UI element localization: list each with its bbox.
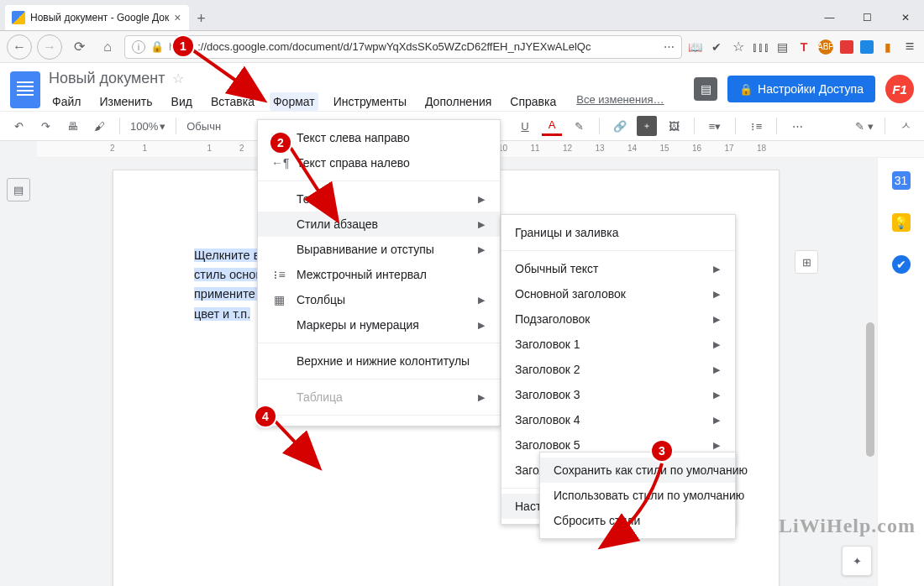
menu-item-text[interactable]: Текст▶ bbox=[258, 186, 500, 212]
nav-reload-button[interactable]: ⟳ bbox=[67, 35, 91, 59]
ext-red-icon[interactable] bbox=[840, 40, 853, 54]
tab-close-icon[interactable]: × bbox=[174, 11, 181, 24]
menu-item-use-default-styles[interactable]: Использовать стили по умолчанию bbox=[540, 483, 735, 508]
insert-image-button[interactable]: 🖼 bbox=[664, 116, 684, 136]
style-value: Обычн bbox=[186, 120, 221, 133]
tasks-icon[interactable]: ✔ bbox=[892, 255, 911, 274]
nav-home-button[interactable]: ⌂ bbox=[96, 35, 119, 59]
menu-item-subtitle[interactable]: Подзаголовок▶ bbox=[501, 306, 735, 332]
menu-item-save-default-styles[interactable]: Сохранить как стили по умолчанию bbox=[540, 458, 735, 483]
browser-extensions: 📖 ✔ ☆ ⫿⫿⫿ ▤ T ABP ▮ ≡ bbox=[687, 39, 917, 55]
menu-item-title[interactable]: Основной заголовок▶ bbox=[501, 281, 735, 306]
menu-insert[interactable]: Вставка bbox=[207, 92, 258, 111]
menu-item-heading-4[interactable]: Заголовок 4▶ bbox=[501, 407, 735, 432]
menu-item-align[interactable]: Выравнивание и отступы▶ bbox=[258, 237, 500, 262]
library-icon[interactable]: ⫿⫿⫿ bbox=[753, 39, 768, 55]
keep-icon[interactable]: 💡 bbox=[892, 213, 911, 232]
url-more-icon[interactable]: ⋯ bbox=[664, 40, 675, 53]
star-icon[interactable]: ☆ bbox=[172, 71, 184, 86]
highlight-button[interactable]: ✎ bbox=[569, 116, 589, 136]
star-icon[interactable]: ☆ bbox=[731, 39, 746, 55]
url-text: ://docs.google.com/document/d/17wpwYqXds… bbox=[197, 40, 591, 53]
ext-blue-icon[interactable] bbox=[860, 40, 874, 54]
menu-format[interactable]: Формат bbox=[270, 92, 318, 111]
nav-back-button[interactable]: ← bbox=[7, 34, 32, 60]
insert-comment-button[interactable]: ＋ bbox=[637, 116, 657, 136]
menu-item-line-spacing[interactable]: ⫶≡Межстрочный интервал bbox=[258, 262, 500, 287]
nav-forward-button[interactable]: → bbox=[37, 34, 62, 60]
rtl-icon: ←¶ bbox=[271, 156, 286, 170]
paint-format-button[interactable]: 🖌 bbox=[89, 116, 109, 136]
pocket-icon[interactable]: ✔ bbox=[709, 39, 724, 55]
zoom-select[interactable]: 100% ▾ bbox=[130, 120, 165, 133]
ext-rss-icon[interactable]: ▮ bbox=[880, 39, 895, 55]
submenu-arrow-icon: ▶ bbox=[478, 244, 485, 255]
document-title[interactable]: Новый документ bbox=[49, 70, 165, 87]
insert-link-button[interactable]: 🔗 bbox=[610, 116, 630, 136]
ext-abp-icon[interactable]: ABP bbox=[818, 39, 833, 55]
browser-tab[interactable]: Новый документ - Google Док × bbox=[5, 5, 189, 30]
undo-button[interactable]: ↶ bbox=[8, 116, 29, 136]
submenu-arrow-icon: ▶ bbox=[713, 364, 720, 375]
line-spacing-button[interactable]: ⫶≡ bbox=[746, 116, 766, 136]
outline-toggle-button[interactable]: ▤ bbox=[7, 178, 30, 201]
menu-item-heading-3[interactable]: Заголовок 3▶ bbox=[501, 382, 735, 407]
more-tools-button[interactable]: ⋯ bbox=[787, 116, 807, 136]
add-comment-button[interactable]: ⊞ bbox=[795, 250, 818, 274]
menu-addons[interactable]: Дополнения bbox=[422, 92, 495, 111]
sidebar-icon[interactable]: ▤ bbox=[774, 39, 790, 55]
explore-button[interactable]: ✦ bbox=[842, 546, 872, 576]
docs-logo-icon[interactable] bbox=[10, 71, 40, 108]
calendar-icon[interactable]: 31 bbox=[892, 171, 911, 190]
text-color-button[interactable]: A bbox=[542, 116, 562, 136]
menu-item-ltr[interactable]: ¶→Текст слева направо bbox=[258, 125, 500, 150]
redo-button[interactable]: ↷ bbox=[35, 116, 55, 136]
separator bbox=[176, 118, 176, 134]
menu-item-headers-footers[interactable]: Верхние и нижние колонтитулы bbox=[258, 348, 500, 374]
window-minimize[interactable]: — bbox=[811, 5, 848, 30]
menu-item-normal-text[interactable]: Обычный текст▶ bbox=[501, 256, 735, 281]
scrollbar-thumb[interactable] bbox=[866, 322, 874, 457]
ext-t-icon[interactable]: T bbox=[796, 39, 811, 55]
underline-button[interactable]: U bbox=[515, 116, 535, 136]
align-button[interactable]: ≡▾ bbox=[705, 116, 725, 136]
menu-item-rtl[interactable]: ←¶Текст справа налево bbox=[258, 150, 500, 175]
menu-item-borders[interactable]: Границы и заливка bbox=[501, 220, 735, 245]
menu-help[interactable]: Справка bbox=[507, 92, 559, 111]
menu-item-columns[interactable]: ▦Столбцы▶ bbox=[258, 287, 500, 312]
docs-title-area: Новый документ ☆ Файл Изменить Вид Встав… bbox=[49, 70, 559, 111]
site-info-icon[interactable]: i bbox=[132, 40, 145, 54]
menu-edit[interactable]: Изменить bbox=[96, 92, 155, 111]
menu-file[interactable]: Файл bbox=[49, 92, 84, 111]
editing-mode-button[interactable]: ✎ ▾ bbox=[854, 116, 874, 136]
print-button[interactable]: 🖶 bbox=[62, 116, 82, 136]
menu-item-reset-styles[interactable]: Сбросить стили bbox=[540, 508, 735, 533]
separator bbox=[735, 118, 736, 134]
menu-view[interactable]: Вид bbox=[168, 92, 196, 111]
share-button[interactable]: 🔒 Настройки Доступа bbox=[727, 76, 875, 102]
window-maximize[interactable]: ☐ bbox=[848, 5, 886, 30]
comments-icon[interactable]: ▤ bbox=[694, 77, 717, 101]
menu-item-heading-2[interactable]: Заголовок 2▶ bbox=[501, 357, 735, 382]
menu-item-paragraph-styles[interactable]: Стили абзацев▶ bbox=[258, 212, 500, 237]
browser-menu-icon[interactable]: ≡ bbox=[902, 39, 917, 55]
changes-link[interactable]: Все изменения… bbox=[576, 93, 664, 106]
window-close[interactable]: ✕ bbox=[886, 5, 924, 30]
paragraph-style-select[interactable]: Обычн bbox=[186, 120, 221, 133]
watermark: LiWiHelp.com bbox=[779, 515, 916, 537]
format-dropdown: ¶→Текст слева направо ←¶Текст справа нал… bbox=[257, 119, 501, 426]
reader-icon[interactable]: 📖 bbox=[687, 39, 702, 55]
submenu-arrow-icon: ▶ bbox=[713, 314, 720, 325]
label: Таблица bbox=[297, 390, 343, 404]
separator bbox=[599, 118, 600, 134]
user-avatar[interactable]: F1 bbox=[885, 75, 914, 103]
columns-icon: ▦ bbox=[271, 293, 286, 306]
label: Использовать стили по умолчанию bbox=[554, 489, 744, 502]
url-input[interactable]: i 🔒 https://docs.google.com/document/d/1… bbox=[124, 35, 682, 59]
menu-item-heading-1[interactable]: Заголовок 1▶ bbox=[501, 332, 735, 357]
new-tab-button[interactable]: + bbox=[189, 7, 213, 30]
menu-item-bullets[interactable]: Маркеры и нумерация▶ bbox=[258, 312, 500, 337]
menu-tools[interactable]: Инструменты bbox=[330, 92, 410, 111]
label: Сбросить стили bbox=[554, 514, 640, 527]
hide-menus-button[interactable]: ㅅ bbox=[895, 116, 916, 136]
